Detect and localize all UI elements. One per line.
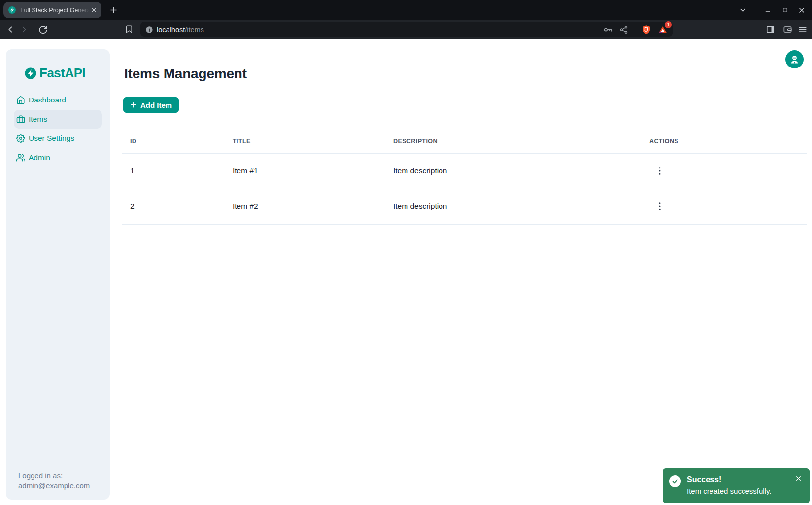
window-minimize-button[interactable] (760, 7, 777, 14)
sidebar-item-label: Items (29, 115, 47, 124)
browser-toolbar: localhost/items 1 (0, 20, 812, 39)
back-button[interactable] (6, 25, 15, 34)
kebab-icon (658, 202, 661, 211)
window-close-button[interactable] (793, 7, 810, 14)
sidebar-item-admin[interactable]: Admin (14, 148, 102, 167)
cell-id: 1 (122, 153, 225, 189)
menu-icon[interactable] (798, 25, 808, 34)
column-header-title: TITLE (225, 130, 385, 153)
url-host: localhost (157, 26, 185, 34)
fastapi-logo: FastAPI (25, 66, 85, 81)
kebab-icon (658, 167, 661, 175)
page-title: Items Management (124, 66, 247, 82)
tab-title: Full Stack Project Genera (20, 7, 89, 14)
fastapi-favicon-icon (8, 6, 16, 14)
briefcase-icon (16, 115, 25, 124)
toast-close-icon[interactable] (794, 474, 803, 483)
wallet-icon[interactable] (783, 25, 792, 34)
tab-search-chevron-icon[interactable] (734, 6, 751, 14)
url-text: localhost/items (157, 26, 204, 34)
success-toast: Success! Item created successfully. (663, 468, 810, 503)
success-check-icon (669, 475, 681, 487)
cell-title: Item #1 (225, 153, 385, 189)
password-key-icon[interactable] (603, 25, 613, 34)
gear-icon (16, 134, 25, 143)
url-path: /items (185, 26, 204, 34)
forward-button[interactable] (19, 25, 29, 34)
logged-in-email: admin@example.com (18, 481, 90, 491)
table-row: 2 Item #2 Item description (122, 189, 807, 224)
column-header-description: DESCRIPTION (385, 130, 642, 153)
cell-description: Item description (385, 153, 642, 189)
page-content: FastAPI Dashboard Items (0, 39, 812, 505)
user-menu-button[interactable] (785, 50, 804, 68)
sidebar-item-label: User Settings (29, 134, 74, 143)
logged-in-label: Logged in as: (18, 471, 90, 481)
cell-id: 2 (122, 189, 225, 224)
table-row: 1 Item #1 Item description (122, 153, 807, 189)
user-astronaut-icon (789, 54, 800, 65)
brave-shields-icon[interactable] (642, 25, 651, 34)
column-header-id: ID (122, 130, 225, 153)
window-controls (734, 0, 812, 20)
items-table: ID TITLE DESCRIPTION ACTIONS 1 Item #1 I… (122, 130, 807, 225)
sidebar-item-user-settings[interactable]: User Settings (14, 129, 102, 148)
tab-strip: Full Stack Project Genera (0, 0, 812, 20)
add-item-label: Add Item (140, 101, 172, 109)
logged-in-info: Logged in as: admin@example.com (18, 471, 90, 491)
row-actions-menu-button[interactable] (656, 165, 663, 177)
sidebar-nav: Dashboard Items User Settings (14, 91, 102, 167)
sidebar: FastAPI Dashboard Items (6, 49, 110, 500)
toolbar-divider (635, 25, 635, 34)
browser-window: Full Stack Project Genera (0, 0, 812, 505)
sidebar-item-items[interactable]: Items (14, 110, 102, 129)
window-maximize-button[interactable] (777, 7, 793, 13)
share-icon[interactable] (619, 25, 628, 34)
table-header-row: ID TITLE DESCRIPTION ACTIONS (122, 130, 807, 153)
brave-rewards-icon[interactable]: 1 (658, 25, 668, 34)
toast-message: Item created successfully. (687, 486, 771, 497)
tab-close-icon[interactable] (91, 7, 97, 13)
sidebar-item-label: Dashboard (29, 96, 66, 104)
new-tab-button[interactable] (109, 6, 118, 14)
row-actions-menu-button[interactable] (656, 200, 663, 213)
sidebar-panel-icon[interactable] (766, 25, 775, 34)
toast-title: Success! (687, 474, 771, 485)
url-bar[interactable]: localhost/items 1 (140, 22, 673, 37)
fastapi-bolt-icon (25, 67, 36, 79)
bookmark-icon[interactable] (125, 25, 134, 34)
sidebar-item-dashboard[interactable]: Dashboard (14, 91, 102, 109)
browser-tab[interactable]: Full Stack Project Genera (3, 2, 102, 18)
cell-description: Item description (385, 189, 642, 224)
logo-text: FastAPI (39, 66, 85, 81)
plus-icon (130, 101, 137, 108)
cell-title: Item #2 (225, 189, 385, 224)
column-header-actions: ACTIONS (642, 130, 807, 153)
add-item-button[interactable]: Add Item (123, 97, 179, 113)
rewards-badge: 1 (665, 21, 672, 28)
sidebar-item-label: Admin (29, 153, 50, 162)
home-icon (16, 96, 25, 104)
users-icon (16, 153, 25, 162)
reload-button[interactable] (38, 25, 48, 34)
site-info-icon[interactable] (145, 26, 153, 34)
